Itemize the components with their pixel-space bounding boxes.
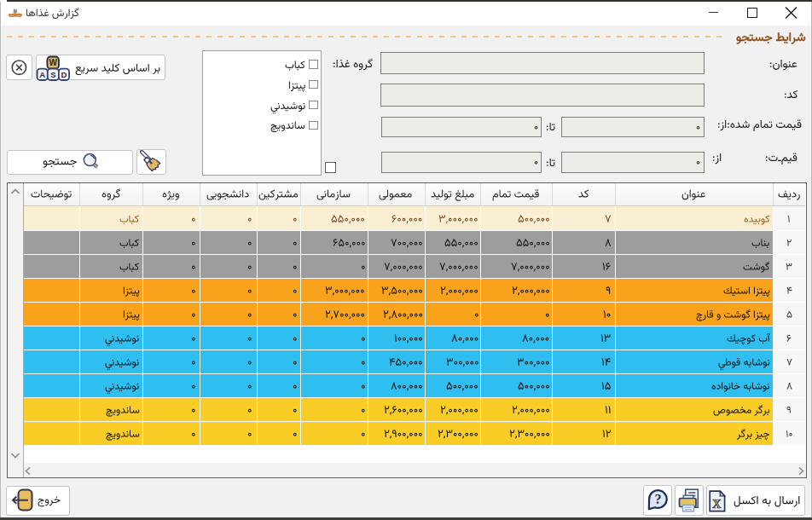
svg-text:A: A <box>39 70 45 79</box>
svg-text:X: X <box>712 497 722 511</box>
svg-text:W: W <box>49 58 57 67</box>
svg-text:?: ? <box>655 492 662 506</box>
svg-text:S: S <box>50 70 55 79</box>
svg-text:D: D <box>61 70 67 79</box>
